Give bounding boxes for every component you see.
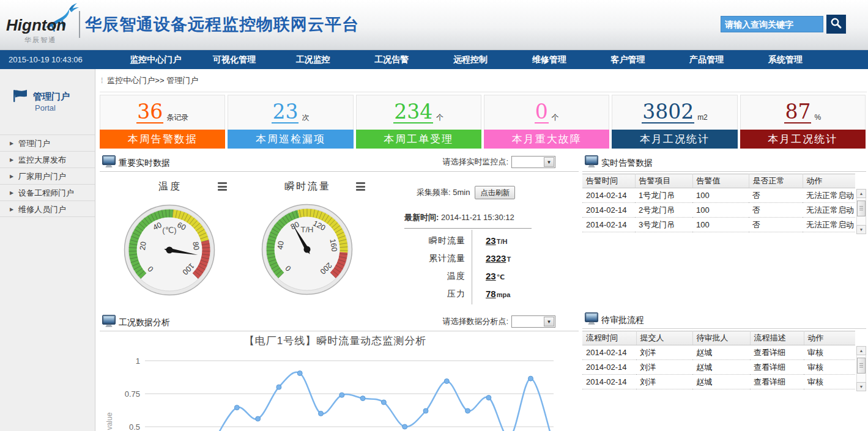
sidebar-item-0[interactable]: ▶管理门户 [0,134,95,151]
sidebar-item-3[interactable]: ▶设备工程师门户 [0,184,95,201]
reading-label: 温度 [404,271,466,282]
reading-unit: T [506,256,511,263]
scroll-down-arrow[interactable]: ▼ [856,225,866,234]
arrow-right-icon: ▶ [10,185,13,201]
table-row: 2014-02-14刘洋赵城查看详细审核 [582,345,855,360]
scroll-up-arrow[interactable]: ▲ [856,189,866,198]
analysis-point-select[interactable]: ▼ [511,315,555,328]
sidebar-item-label: 厂家用户门户 [18,172,66,181]
realtime-point-select[interactable]: ▼ [511,156,555,168]
stat-card-label: 本周告警数据 [100,130,225,149]
reading-label: 压力 [404,289,466,300]
flow-gauge: 04080120160200T/H [261,204,353,298]
nav-item-6[interactable]: 客户管理 [588,50,667,69]
stat-value-link[interactable]: 3802 [642,101,694,123]
realtime-point-selector: 请选择实时监控点: ▼ [442,156,555,168]
reading-value-link[interactable]: 23 [486,235,496,246]
nav-item-1[interactable]: 可视化管理 [195,50,274,69]
chevron-down-icon[interactable]: ▼ [544,317,554,326]
reading-value-link[interactable]: 78 [486,289,496,299]
left-column: 重要实时数据 请选择实时监控点: ▼ 温度 瞬时流量 020406080100(… [100,153,579,431]
stat-value-link[interactable]: 234 [393,101,433,123]
nav-item-7[interactable]: 产品管理 [667,50,746,69]
table-cell: 刘洋 [636,375,692,389]
monitor-icon [585,312,598,327]
nav-item-0[interactable]: 监控中心门户 [116,50,195,69]
column-header: 待审批人 [692,331,750,345]
flag-icon [12,89,29,105]
table-cell: 100 [692,188,749,203]
stat-card-4: 3802m2本月工况统计 [612,95,737,149]
svg-text:0.5: 0.5 [129,422,140,431]
logo: Hignton 华辰智通 [6,4,81,46]
scroll-grip [859,206,863,212]
table-cell: 2014-02-14 [582,188,635,203]
stat-value-link[interactable]: 0 [535,101,549,123]
analysis-point-selector: 请选择数据分析点: ▼ [442,315,555,328]
table-header-row: 流程时间提交人待审批人流程描述动作 [582,331,855,345]
action-cell[interactable]: 审核 [804,345,855,360]
sidebar-item-2[interactable]: ▶厂家用户门户 [0,168,95,184]
nav-item-2[interactable]: 工况监控 [273,50,352,69]
search-input[interactable] [721,17,823,32]
scroll-thumb[interactable] [857,358,866,374]
scroll-down-arrow[interactable]: ▼ [856,382,866,391]
stat-card-label: 本月工况统计 [740,130,866,149]
gauge-menu-icon[interactable] [218,182,227,193]
right-column: 实时告警数据 告警时间告警项目告警值是否正常动作2014-02-141号龙门吊1… [582,153,866,431]
latest-time-row: 最新时间: 2014-11-21 15:30:12 [404,212,538,223]
nav-item-4[interactable]: 远程控制 [431,50,510,69]
approval-panel-header: 待审批流程 [582,311,866,329]
column-header: 告警时间 [582,174,635,188]
search-icon [829,23,843,32]
reading-value-link[interactable]: 23 [486,271,496,281]
sidebar-item-label: 维修人员门户 [18,205,66,214]
arrow-right-icon: ▶ [10,135,13,152]
action-cell: 无法正常启动 [803,203,855,218]
action-cell[interactable]: 审核 [804,375,855,389]
action-cell[interactable]: 审核 [804,360,855,375]
nav-item-3[interactable]: 工况告警 [352,50,431,69]
scroll-up-arrow[interactable]: ▲ [856,346,866,355]
table-cell: 2号龙门吊 [635,203,692,218]
table-row: 2014-02-143号龙门吊100否无法正常启动 [582,218,855,232]
stat-value-link[interactable]: 87 [784,101,811,123]
stat-card-top: 0个 [484,95,609,130]
sidebar-item-4[interactable]: ▶维修人员门户 [0,201,95,217]
nav-item-5[interactable]: 维修管理 [510,50,588,69]
collect-frequency-row: 采集频率: 5min 点击刷新 [417,185,538,200]
latest-time-value: 2014-11-21 15:30:12 [441,213,514,222]
breadcrumb: ⁞监控中心门户>> 管理门户 [101,75,198,86]
monitor-icon [585,155,598,170]
table-cell: 赵城 [692,345,750,360]
search-button[interactable] [826,15,846,34]
reading-row: 瞬时流量23T/H [404,232,538,249]
chevron-down-icon[interactable]: ▼ [544,157,554,167]
latest-time-label: 最新时间: [404,213,439,222]
scroll-thumb[interactable] [857,201,866,216]
stat-card-label: 本周巡检漏项 [228,130,353,149]
svg-text:(℃): (℃) [162,226,176,235]
sidebar-item-1[interactable]: ▶监控大屏发布 [0,151,95,168]
gauge-menu-icon[interactable] [356,182,365,193]
nav-item-8[interactable]: 系统管理 [746,50,825,69]
scroll-track[interactable] [856,198,866,225]
search-box [721,16,823,32]
table-cell: 2014-02-14 [582,218,635,232]
scroll-track[interactable] [856,355,866,382]
stat-value-link[interactable]: 36 [136,101,163,123]
table-cell: 否 [749,188,803,203]
portal-subtitle: Portal [35,103,56,112]
portal-title: 管理门户 [33,91,70,103]
refresh-button[interactable]: 点击刷新 [475,186,515,199]
site-title: 华辰智通设备远程监控物联网云平台 [85,13,359,35]
main-content: ⁞监控中心门户>> 管理门户 36条记录本周告警数据23次本周巡检漏项234个本… [96,69,868,431]
stat-value-link[interactable]: 23 [272,101,299,123]
nav-menu: 监控中心门户可视化管理工况监控工况告警远程控制维修管理客户管理产品管理系统管理 [116,50,825,69]
stat-unit: 条记录 [166,112,188,123]
sidebar: 管理门户 Portal ▶管理门户▶监控大屏发布▶厂家用户门户▶设备工程师门户▶… [0,69,95,431]
reading-value-link[interactable]: 2323 [486,253,506,263]
sidebar-item-label: 管理门户 [18,139,50,148]
analysis-panel-header: 工况数据分析 请选择数据分析点: ▼ [100,313,579,331]
logo-sub-text: 华辰智通 [24,35,56,45]
